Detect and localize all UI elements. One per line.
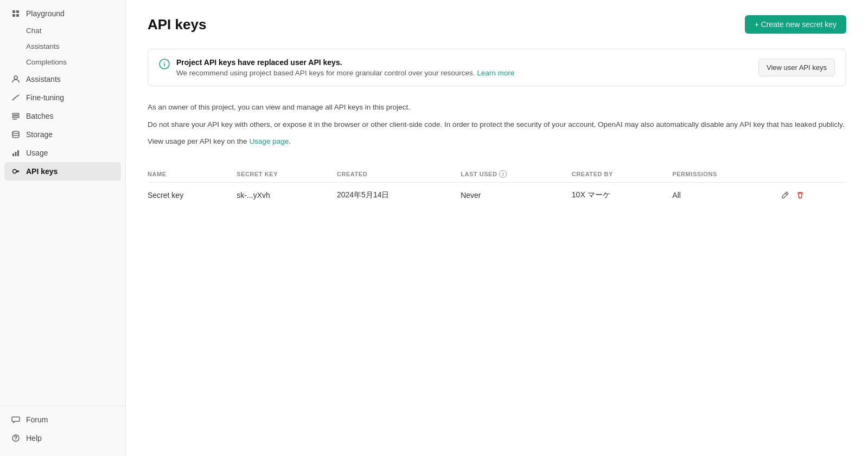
- main-content: API keys + Create new secret key Project…: [126, 0, 868, 456]
- svg-point-17: [164, 62, 165, 63]
- sidebar-item-api-keys[interactable]: API keys: [4, 162, 121, 181]
- cell-secret-key: sk-...yXvh: [237, 182, 337, 208]
- sidebar: Playground Chat Assistants Completions A…: [0, 0, 126, 456]
- sidebar-item-playground-label: Playground: [26, 9, 65, 18]
- cell-permissions: All: [672, 182, 780, 208]
- sidebar-item-fine-tuning[interactable]: Fine-tuning: [4, 88, 121, 107]
- svg-point-4: [14, 76, 17, 79]
- view-user-api-keys-button[interactable]: View user API keys: [758, 59, 835, 76]
- description-block: As an owner of this project, you can vie…: [148, 101, 846, 153]
- create-secret-key-button[interactable]: + Create new secret key: [745, 15, 846, 34]
- sidebar-item-assistants[interactable]: Assistants: [4, 70, 121, 88]
- col-name: NAME: [148, 166, 237, 183]
- fine-tuning-icon: [11, 93, 21, 102]
- sidebar-item-usage[interactable]: Usage: [4, 144, 121, 162]
- svg-rect-3: [16, 14, 19, 17]
- cell-created: 2024年5月14日: [337, 182, 461, 208]
- svg-rect-8: [12, 119, 17, 120]
- table-body: Secret key sk-...yXvh 2024年5月14日 Never 1…: [148, 182, 846, 208]
- playground-icon: [11, 9, 21, 18]
- table-header: NAME SECRET KEY CREATED LAST USED i CREA…: [148, 166, 846, 183]
- info-banner-content: Project API keys have replaced user API …: [176, 58, 752, 77]
- sidebar-item-help-label: Help: [26, 434, 42, 442]
- svg-line-5: [12, 95, 19, 100]
- help-icon: [11, 433, 21, 443]
- sidebar-item-fine-tuning-label: Fine-tuning: [26, 93, 64, 102]
- storage-icon: [11, 130, 21, 139]
- svg-rect-7: [12, 116, 19, 118]
- sidebar-item-assistants-label: Assistants: [26, 75, 61, 84]
- sidebar-item-playground[interactable]: Playground: [4, 4, 121, 23]
- delete-key-icon[interactable]: [795, 190, 805, 200]
- sidebar-item-batches-label: Batches: [26, 112, 54, 120]
- sidebar-item-help[interactable]: Help: [4, 429, 121, 447]
- col-last-used: LAST USED i: [461, 166, 572, 183]
- svg-rect-6: [12, 113, 19, 115]
- learn-more-link[interactable]: Learn more: [477, 69, 514, 77]
- sidebar-sub-completions[interactable]: Completions: [4, 54, 121, 70]
- info-banner-icon: [159, 59, 170, 69]
- usage-icon: [11, 148, 21, 158]
- col-created: CREATED: [337, 166, 461, 183]
- usage-page-link[interactable]: Usage page: [249, 137, 289, 145]
- api-keys-icon: [11, 166, 21, 176]
- col-created-by: CREATED BY: [572, 166, 673, 183]
- cell-name: Secret key: [148, 182, 237, 208]
- forum-icon: [11, 415, 21, 425]
- col-secret-key: SECRET KEY: [237, 166, 337, 183]
- svg-point-9: [12, 131, 19, 133]
- sidebar-item-storage-label: Storage: [26, 130, 53, 139]
- last-used-info-icon[interactable]: i: [499, 170, 507, 178]
- edit-key-icon[interactable]: [780, 190, 790, 200]
- sidebar-item-usage-label: Usage: [26, 149, 48, 157]
- batches-icon: [11, 111, 21, 121]
- col-permissions: PERMISSIONS: [672, 166, 780, 183]
- svg-rect-1: [16, 10, 19, 13]
- sidebar-item-api-keys-label: API keys: [26, 167, 58, 176]
- cell-created-by: 10X マーケ: [572, 182, 673, 208]
- cell-last-used: Never: [461, 182, 572, 208]
- description-line-3: View usage per API key on the Usage page…: [148, 136, 846, 147]
- page-header: API keys + Create new secret key: [148, 15, 846, 34]
- sidebar-bottom: Forum Help: [0, 406, 125, 452]
- description-line-2: Do not share your API key with others, o…: [148, 119, 846, 131]
- assistants-icon: [11, 74, 21, 84]
- sidebar-sub-assistants[interactable]: Assistants: [4, 38, 121, 54]
- table-row: Secret key sk-...yXvh 2024年5月14日 Never 1…: [148, 182, 846, 208]
- description-line-1: As an owner of this project, you can vie…: [148, 101, 846, 113]
- page-title: API keys: [148, 16, 206, 33]
- sidebar-sub-chat[interactable]: Chat: [4, 23, 121, 38]
- sidebar-item-forum-label: Forum: [26, 415, 48, 424]
- info-banner: Project API keys have replaced user API …: [148, 49, 846, 86]
- svg-rect-11: [15, 152, 17, 156]
- api-keys-table: NAME SECRET KEY CREATED LAST USED i CREA…: [148, 166, 846, 208]
- sidebar-item-storage[interactable]: Storage: [4, 125, 121, 144]
- svg-rect-12: [17, 150, 19, 156]
- sidebar-item-batches[interactable]: Batches: [4, 107, 121, 125]
- svg-rect-0: [12, 10, 15, 13]
- svg-rect-2: [12, 14, 15, 17]
- svg-rect-10: [12, 153, 14, 156]
- info-banner-title: Project API keys have replaced user API …: [176, 58, 752, 67]
- cell-actions: [780, 182, 846, 208]
- col-actions: [780, 166, 846, 183]
- svg-point-15: [15, 440, 16, 441]
- info-banner-desc: We recommend using project based API key…: [176, 69, 752, 77]
- sidebar-item-forum[interactable]: Forum: [4, 410, 121, 429]
